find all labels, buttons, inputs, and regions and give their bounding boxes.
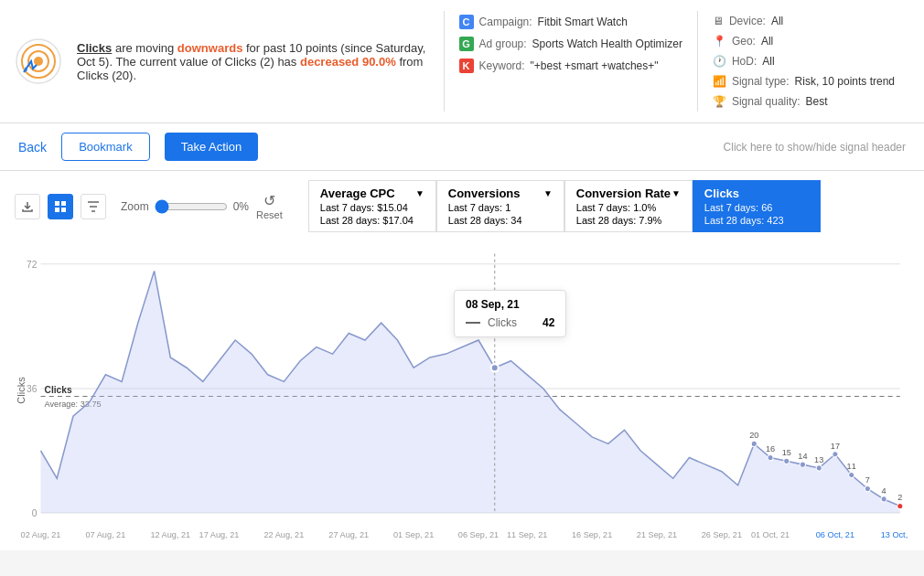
alert-pre: are moving — [112, 41, 177, 55]
metric-tab-name: Average CPC — [320, 187, 395, 200]
svg-point-31 — [849, 472, 854, 477]
alert-text: Clicks are moving downwards for past 10 … — [77, 41, 429, 82]
metric-tab-average-cpc[interactable]: Average CPC ▼ Last 7 days: $15.04 Last 2… — [308, 180, 436, 232]
geo-icon: 📍 — [713, 35, 726, 48]
svg-text:16 Sep, 21: 16 Sep, 21 — [572, 530, 612, 539]
svg-point-18 — [491, 364, 499, 371]
device-value: All — [771, 15, 783, 27]
bookmark-button[interactable]: Bookmark — [61, 133, 150, 161]
signal-type-icon: 📶 — [713, 75, 726, 88]
zoom-value: 0% — [233, 200, 249, 213]
geo-value: All — [761, 35, 773, 48]
keyword-label: Keyword: — [479, 59, 525, 72]
zoom-slider[interactable] — [155, 199, 228, 214]
hod-label: HoD: — [732, 55, 757, 68]
signal-type-value: Risk, 10 points trend — [795, 75, 895, 88]
metric-tab-val1: Last 7 days: 1 — [448, 202, 553, 213]
svg-text:06 Sep, 21: 06 Sep, 21 — [458, 530, 499, 539]
hod-row: 🕐 HoD: All — [713, 55, 895, 68]
signal-type-label: Signal type: — [732, 75, 790, 88]
svg-text:13 Oct, 21: 13 Oct, 21 — [881, 530, 909, 539]
campaign-label: Campaign: — [479, 16, 532, 28]
metric-tab-val2: Last 28 days: 423 — [704, 215, 809, 226]
show-hide-hint[interactable]: Click here to show/hide signal header — [724, 141, 906, 154]
reset-label: Reset — [256, 209, 283, 220]
take-action-button[interactable]: Take Action — [165, 133, 259, 161]
svg-text:27 Aug, 21: 27 Aug, 21 — [328, 530, 369, 539]
svg-text:12 Aug, 21: 12 Aug, 21 — [150, 530, 190, 539]
svg-point-37 — [897, 503, 903, 508]
svg-point-21 — [768, 454, 773, 460]
device-row: 🖥 Device: All — [713, 15, 895, 27]
back-button[interactable]: Back — [18, 140, 47, 155]
adgroup-icon: G — [459, 37, 474, 51]
metric-tab-conversion-rate[interactable]: Conversion Rate ▼ Last 7 days: 1.0% Last… — [564, 180, 693, 232]
alert-icon — [15, 37, 62, 85]
adgroup-row: G Ad group: Sports Watch Health Optimize… — [459, 37, 682, 51]
metric-tab-name: Conversion Rate — [576, 187, 671, 200]
svg-text:17 Aug, 21: 17 Aug, 21 — [199, 530, 240, 539]
svg-rect-5 — [61, 201, 66, 206]
action-bar: Back Bookmark Take Action Click here to … — [0, 123, 924, 171]
grid-icon[interactable] — [48, 194, 73, 219]
adgroup-label: Ad group: — [479, 37, 527, 50]
svg-text:11: 11 — [847, 462, 856, 471]
svg-text:07 Aug, 21: 07 Aug, 21 — [86, 530, 126, 539]
chart-svg: 03672ClicksAverage: 33.75201615141317117… — [15, 240, 909, 541]
svg-text:2: 2 — [897, 493, 902, 502]
metric-tab-arrow: ▼ — [415, 188, 424, 198]
svg-text:22 Aug, 21: 22 Aug, 21 — [263, 530, 304, 539]
keyword-row: K Keyword: "+best +smart +watches+" — [459, 59, 682, 73]
metric-tab-conversions[interactable]: Conversions ▼ Last 7 days: 1 Last 28 day… — [436, 180, 564, 232]
campaign-row: C Campaign: Fitbit Smart Watch — [459, 15, 682, 29]
svg-text:02 Aug, 21: 02 Aug, 21 — [21, 530, 61, 539]
metric-tab-val2: Last 28 days: 34 — [448, 215, 553, 226]
metric-tab-val1: Last 7 days: 66 — [704, 202, 809, 213]
svg-point-27 — [816, 465, 822, 471]
metric-tab-val1: Last 7 days: $15.04 — [320, 202, 424, 213]
svg-point-3 — [34, 57, 43, 66]
hod-value: All — [762, 55, 774, 68]
geo-row: 📍 Geo: All — [713, 35, 895, 48]
svg-text:72: 72 — [27, 260, 38, 270]
signal-quality-value: Best — [806, 95, 828, 108]
filter-icon[interactable] — [81, 194, 106, 219]
action-left: Back Bookmark Take Action — [18, 133, 258, 161]
svg-text:13: 13 — [814, 455, 823, 464]
metric-tab-name: Conversions — [448, 187, 521, 200]
adgroup-value: Sports Watch Health Optimizer — [532, 37, 682, 50]
zoom-section: Zoom 0% — [121, 199, 249, 214]
device-label: Device: — [729, 15, 766, 27]
chart-toolbar: Zoom 0% ↺ Reset Average CPC ▼ Last 7 day… — [15, 180, 909, 232]
campaign-col: C Campaign: Fitbit Smart Watch G Ad grou… — [444, 11, 697, 112]
campaign-value: Fitbit Smart Watch — [538, 16, 628, 28]
svg-text:06 Oct, 21: 06 Oct, 21 — [816, 530, 854, 539]
y-axis-label: Clicks — [16, 377, 27, 403]
reset-button[interactable]: ↺ Reset — [256, 192, 283, 220]
svg-text:20: 20 — [749, 431, 758, 440]
metric-tab-val1: Last 7 days: 1.0% — [576, 202, 681, 213]
svg-text:14: 14 — [798, 452, 807, 461]
alert-end: ) has — [270, 55, 300, 69]
download-icon[interactable] — [15, 194, 40, 219]
svg-text:11 Sep, 21: 11 Sep, 21 — [507, 530, 547, 539]
svg-point-29 — [833, 452, 838, 457]
campaign-icon: C — [459, 15, 474, 29]
metric-tab-clicks[interactable]: Clicks Last 7 days: 66 Last 28 days: 423 — [693, 180, 821, 232]
metric-tab-val2: Last 28 days: $17.04 — [320, 215, 424, 226]
metric-name: Clicks — [77, 41, 112, 55]
signal-quality-label: Signal quality: — [732, 95, 800, 108]
svg-point-25 — [800, 462, 805, 467]
svg-text:01 Sep, 21: 01 Sep, 21 — [393, 530, 434, 539]
metric-tabs: Average CPC ▼ Last 7 days: $15.04 Last 2… — [308, 180, 821, 232]
signal-col: 🖥 Device: All 📍 Geo: All 🕐 HoD: All 📶 Si… — [697, 11, 909, 112]
chart-area: Clicks 03672ClicksAverage: 33.7520161514… — [15, 240, 909, 541]
svg-text:01 Oct, 21: 01 Oct, 21 — [751, 530, 790, 539]
keyword-icon: K — [459, 59, 474, 73]
svg-text:36: 36 — [27, 384, 38, 394]
svg-rect-6 — [55, 208, 59, 212]
svg-text:7: 7 — [865, 475, 870, 485]
metric-tab-name: Clicks — [704, 187, 739, 200]
hod-icon: 🕐 — [713, 55, 726, 68]
keyword-value: "+best +smart +watches+" — [531, 59, 659, 72]
